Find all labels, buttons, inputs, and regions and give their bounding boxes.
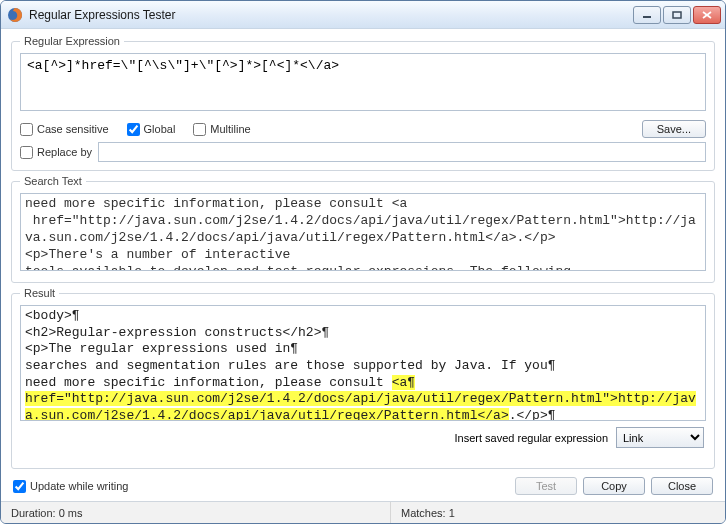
replace-by-label: Replace by bbox=[37, 146, 92, 158]
result-prefix: <body>¶ <h2>Regular-expression construct… bbox=[25, 308, 556, 390]
svg-rect-2 bbox=[673, 12, 681, 18]
result-output[interactable]: <body>¶ <h2>Regular-expression construct… bbox=[20, 305, 706, 421]
statusbar: Duration: 0 ms Matches: 1 bbox=[1, 501, 725, 523]
update-while-writing-checkbox[interactable] bbox=[13, 480, 26, 493]
case-sensitive-checkbox[interactable] bbox=[20, 123, 33, 136]
search-text-fieldset: Search Text need more specific informati… bbox=[11, 175, 715, 283]
update-while-writing-label: Update while writing bbox=[30, 480, 128, 492]
result-legend: Result bbox=[20, 287, 59, 299]
save-button[interactable]: Save... bbox=[642, 120, 706, 138]
replace-input[interactable] bbox=[98, 142, 706, 162]
status-duration: Duration: 0 ms bbox=[1, 502, 391, 523]
global-label: Global bbox=[144, 123, 176, 135]
search-text-input[interactable]: need more specific information, please c… bbox=[20, 193, 706, 271]
saved-regex-select[interactable]: Link bbox=[616, 427, 704, 448]
close-window-button[interactable] bbox=[693, 6, 721, 24]
result-fieldset: Result <body>¶ <h2>Regular-expression co… bbox=[11, 287, 715, 469]
regex-fieldset: Regular Expression <a[^>]*href=\"[^\s\"]… bbox=[11, 35, 715, 171]
test-button[interactable]: Test bbox=[515, 477, 577, 495]
firefox-icon bbox=[7, 7, 23, 23]
titlebar[interactable]: Regular Expressions Tester bbox=[1, 1, 725, 29]
replace-by-checkbox[interactable] bbox=[20, 146, 33, 159]
regex-input[interactable]: <a[^>]*href=\"[^\s\"]+\"[^>]*>[^<]*<\/a> bbox=[20, 53, 706, 111]
window-title: Regular Expressions Tester bbox=[29, 8, 633, 22]
regex-legend: Regular Expression bbox=[20, 35, 124, 47]
status-matches: Matches: 1 bbox=[391, 502, 725, 523]
global-checkbox[interactable] bbox=[127, 123, 140, 136]
close-button[interactable]: Close bbox=[651, 477, 713, 495]
multiline-label: Multiline bbox=[210, 123, 250, 135]
minimize-button[interactable] bbox=[633, 6, 661, 24]
case-sensitive-label: Case sensitive bbox=[37, 123, 109, 135]
multiline-checkbox[interactable] bbox=[193, 123, 206, 136]
search-text-legend: Search Text bbox=[20, 175, 86, 187]
copy-button[interactable]: Copy bbox=[583, 477, 645, 495]
app-window: Regular Expressions Tester Regular Expre… bbox=[0, 0, 726, 524]
maximize-button[interactable] bbox=[663, 6, 691, 24]
insert-saved-label: Insert saved regular expression bbox=[455, 432, 608, 444]
